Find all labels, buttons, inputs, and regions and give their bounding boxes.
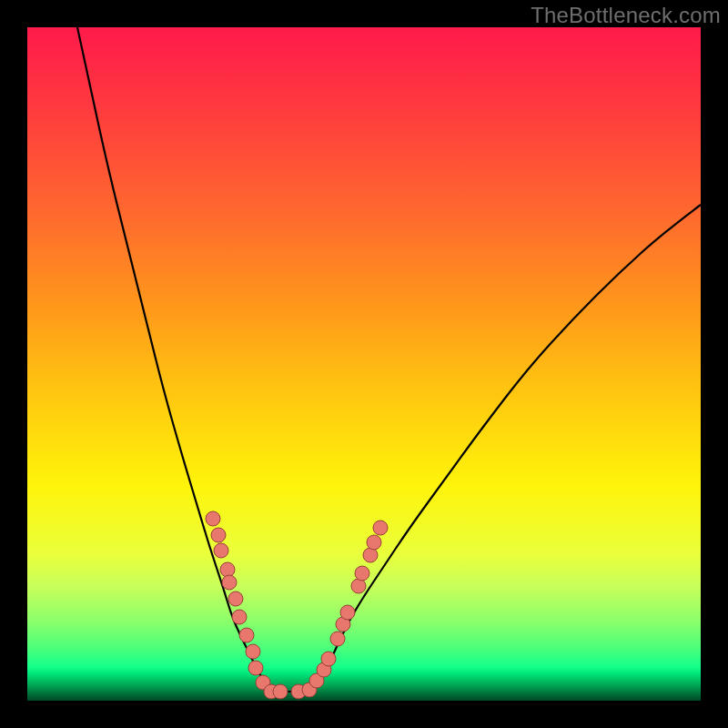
watermark-text: TheBottleneck.com [531, 3, 721, 28]
markers-left [206, 511, 288, 699]
data-marker [239, 628, 254, 642]
curve-group [77, 27, 701, 692]
chart-frame: TheBottleneck.com [0, 0, 728, 728]
data-marker [220, 562, 235, 577]
data-marker [246, 644, 260, 659]
data-marker [340, 605, 355, 620]
data-marker [211, 528, 226, 542]
right-curve [309, 205, 701, 692]
data-marker [273, 684, 288, 699]
chart-svg [27, 27, 701, 701]
data-marker [355, 566, 369, 581]
data-marker [373, 521, 388, 535]
plot-area [27, 27, 701, 701]
markers-right [291, 521, 388, 699]
data-marker [367, 535, 381, 550]
data-marker [214, 543, 228, 558]
left-curve [77, 27, 273, 692]
data-marker [206, 511, 220, 526]
data-marker [351, 579, 366, 593]
data-marker [363, 548, 378, 562]
data-marker [222, 575, 237, 590]
data-marker [232, 610, 247, 624]
data-marker [330, 632, 345, 646]
data-marker [321, 652, 336, 666]
data-marker [228, 592, 243, 606]
data-marker [248, 661, 263, 675]
